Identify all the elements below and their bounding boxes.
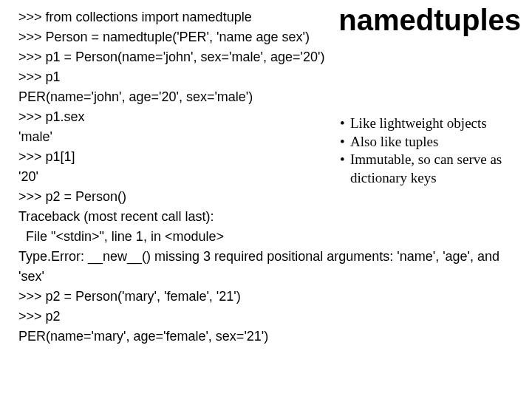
code-line: >>> p2 = Person('mary', 'female', '21') (18, 287, 514, 307)
code-line: >>> Person = namedtuple('PER', 'name age… (18, 27, 514, 47)
code-line: >>> p2 = Person() (18, 187, 514, 207)
code-line: >>> p2 (18, 307, 514, 327)
bullet-item: •Immutable, so can serve as dictionary k… (340, 151, 514, 187)
bullet-text: Like lightweight objects (350, 115, 487, 131)
code-line: >>> from collections import namedtuple (18, 7, 514, 27)
bullet-list: •Like lightweight objects •Also like tup… (340, 115, 514, 188)
code-line: PER(name='john', age='20', sex='male') (18, 87, 514, 107)
bullet-item: •Like lightweight objects (340, 115, 514, 133)
bullet-item: •Also like tuples (340, 133, 514, 151)
bullet-dot-icon: • (340, 133, 350, 151)
code-line: Type.Error: __new__() missing 3 required… (18, 247, 514, 287)
bullet-text: Immutable, so can serve as dictionary ke… (350, 151, 502, 185)
code-line: >>> p1 = Person(name='john', sex='male',… (18, 47, 514, 67)
code-line: PER(name='mary', age='female', sex='21') (18, 327, 514, 347)
bullet-text: Also like tuples (350, 134, 438, 149)
bullet-dot-icon: • (340, 115, 350, 133)
bullet-dot-icon: • (340, 151, 350, 169)
code-line: File "<stdin>", line 1, in <module> (18, 227, 514, 247)
code-line: >>> p1 (18, 67, 514, 87)
code-line: Traceback (most recent call last): (18, 207, 514, 227)
